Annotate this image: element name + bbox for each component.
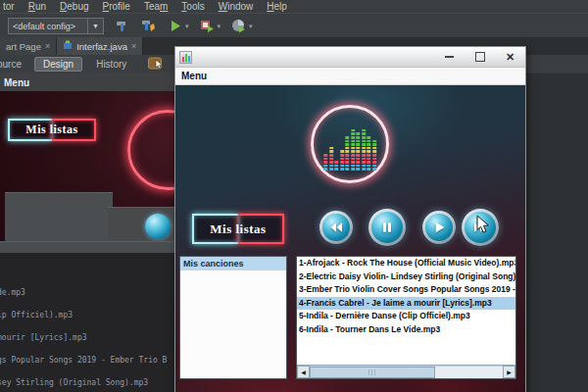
- playlist-item[interactable]: 5-Indila - Dernière Danse (Clip Officiel…: [297, 310, 515, 323]
- design-panel: [108, 207, 174, 241]
- menu-item[interactable]: tor: [0, 1, 24, 12]
- run-dropdown-icon[interactable]: ▾: [185, 23, 189, 30]
- menu-item[interactable]: Run: [24, 1, 55, 12]
- mis-listas-label: Mis listas: [192, 214, 284, 244]
- close-icon[interactable]: ×: [131, 41, 136, 51]
- design-panel: [5, 192, 113, 241]
- tab-title: art Page: [6, 41, 41, 52]
- debug-icon[interactable]: [199, 18, 216, 34]
- design-glow-ring: [127, 110, 174, 190]
- scroll-left-icon[interactable]: ◀: [297, 366, 310, 378]
- play-button[interactable]: [422, 211, 456, 244]
- horizontal-scrollbar[interactable]: ◀ ▶: [297, 365, 515, 378]
- tab-start-page[interactable]: art Page ×: [0, 37, 57, 55]
- view-history-button[interactable]: History: [86, 59, 136, 70]
- menu-item[interactable]: Help: [262, 1, 296, 12]
- playlist-item[interactable]: 6-Indila - Tourner Dans Le Vide.mp3: [297, 323, 515, 337]
- playlist-item[interactable]: 1-Afrojack - Rock The House (Official Mu…: [297, 257, 515, 270]
- menu-item[interactable]: Window: [214, 1, 263, 12]
- app-window: ✕ Menu Mis listas: [174, 46, 526, 392]
- output-line: gs Popular Songs 2019 - Ember Trio B: [0, 356, 174, 378]
- mouse-cursor-icon: [476, 216, 491, 239]
- equalizer-logo: [311, 105, 389, 183]
- output-console[interactable]: de.mp3ip Officiel).mp3mourir [Lyrics].mp…: [0, 253, 174, 392]
- list-item[interactable]: Mis canciones: [180, 257, 286, 270]
- menu-item[interactable]: Tools: [176, 1, 213, 12]
- playlist-item[interactable]: 3-Ember Trio Violin Cover Songs Popular …: [297, 283, 515, 297]
- profile-dropdown-icon[interactable]: ▾: [249, 23, 253, 30]
- profile-icon[interactable]: [230, 18, 247, 34]
- design-preview-menu-label: Menu: [0, 77, 29, 88]
- library-list[interactable]: Mis canciones: [179, 256, 287, 379]
- selection-mode-icon[interactable]: [148, 57, 165, 73]
- playlist-item[interactable]: 2-Electric Daisy Violin- Lindsey Stirlin…: [297, 270, 515, 284]
- window-controls: ✕: [434, 48, 525, 66]
- output-line: mourir [Lyrics].mp3: [0, 333, 174, 356]
- ide-menubar: torRunDebugProfileTeamToolsWindowHelp: [0, 0, 588, 13]
- close-button[interactable]: ✕: [495, 48, 525, 66]
- minimize-button[interactable]: [434, 48, 465, 66]
- app-content: Mis listas Mis canciones 1-Afrojack - Ro…: [175, 85, 525, 392]
- dropdown-arrow-icon[interactable]: ▼: [87, 19, 103, 33]
- scrollbar-thumb[interactable]: [310, 367, 435, 378]
- rewind-button[interactable]: [319, 211, 353, 244]
- view-design-button[interactable]: Design: [34, 57, 82, 72]
- scrollbar-track[interactable]: [310, 366, 503, 378]
- scroll-right-icon[interactable]: ▶: [503, 366, 515, 378]
- design-play-button-preview: [145, 214, 171, 239]
- playlist-rows: 1-Afrojack - Rock The House (Official Mu…: [297, 257, 515, 336]
- output-line: ip Officiel).mp3: [0, 311, 174, 333]
- menu-item[interactable]: Debug: [55, 1, 97, 12]
- playlist-item[interactable]: 4-Francis Cabrel - Je laime a mourir [Ly…: [297, 297, 515, 311]
- app-menu-item[interactable]: Menu: [175, 71, 207, 81]
- tab-title: Interfaz.java: [76, 41, 127, 52]
- playlist[interactable]: 1-Afrojack - Rock The House (Official Mu…: [296, 256, 516, 379]
- tab-interfaz-java[interactable]: Interfaz.java ×: [57, 37, 143, 55]
- maximize-button[interactable]: [465, 48, 495, 66]
- app-menubar: Menu: [175, 68, 525, 85]
- output-line: sey Stirling (Original Song).mp3: [0, 378, 174, 392]
- close-icon[interactable]: ×: [45, 41, 50, 51]
- ide-toolbar: <default config> ▼ ▾ ▾ ▾: [0, 13, 588, 38]
- design-preview-canvas[interactable]: Mis listas: [0, 91, 174, 241]
- output-line: de.mp3: [0, 288, 174, 311]
- equalizer-bars: [323, 129, 376, 171]
- config-combobox[interactable]: <default config> ▼: [8, 18, 104, 34]
- app-titlebar[interactable]: ✕: [175, 47, 525, 68]
- pause-button[interactable]: [368, 209, 406, 246]
- view-source-button[interactable]: ource: [0, 59, 30, 70]
- clean-build-icon[interactable]: [140, 18, 157, 34]
- menu-item[interactable]: Team: [139, 1, 176, 12]
- screenshot-root: torRunDebugProfileTeamToolsWindowHelp <d…: [0, 0, 588, 392]
- java-file-icon: [63, 40, 73, 52]
- menu-item[interactable]: Profile: [98, 1, 139, 12]
- run-icon[interactable]: [167, 18, 183, 34]
- app-window-icon: [179, 51, 192, 64]
- build-hammer-icon[interactable]: [114, 18, 130, 34]
- design-mis-listas-label: Mis listas: [8, 119, 96, 141]
- debug-dropdown-icon[interactable]: ▾: [218, 23, 221, 30]
- config-combobox-value: <default config>: [9, 22, 87, 31]
